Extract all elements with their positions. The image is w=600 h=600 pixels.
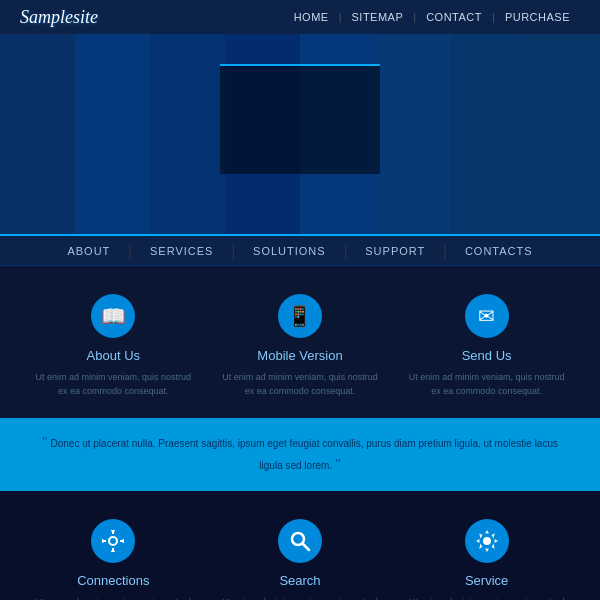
feature-about-desc: Ut enim ad minim veniam, quis nostrud ex… bbox=[31, 371, 196, 398]
services-section: Connections Ut enim ad minim veniam, qui… bbox=[0, 491, 600, 600]
feature-about-icon: 📖 bbox=[91, 294, 135, 338]
stripe-6 bbox=[375, 34, 450, 234]
service-service: Service Ut enim ad minim veniam, quis no… bbox=[404, 519, 569, 600]
stripe-8 bbox=[525, 34, 600, 234]
service-connections: Connections Ut enim ad minim veniam, qui… bbox=[31, 519, 196, 600]
features-section: 📖 About Us Ut enim ad minim veniam, quis… bbox=[0, 266, 600, 418]
service-search-title: Search bbox=[279, 573, 320, 588]
feature-about-title: About Us bbox=[87, 348, 140, 363]
svg-point-8 bbox=[122, 539, 124, 543]
header: Samplesite HOME | SITEMAP | CONTACT | PU… bbox=[0, 0, 600, 34]
svg-point-0 bbox=[109, 537, 117, 545]
feature-send: ✉ Send Us Ut enim ad minim veniam, quis … bbox=[404, 294, 569, 398]
feature-send-icon: ✉ bbox=[465, 294, 509, 338]
subnav-services[interactable]: SERVICES bbox=[132, 245, 231, 257]
service-service-desc: Ut enim ad minim veniam, quis nostrud ex… bbox=[404, 596, 569, 600]
quote-close: " bbox=[335, 457, 341, 472]
stripe-3 bbox=[150, 34, 225, 234]
stripe-1 bbox=[0, 34, 75, 234]
quote-text: " Donec ut placerat nulla. Praesent sagi… bbox=[40, 432, 560, 477]
feature-mobile-desc: Ut enim ad minim veniam, quis nostrud ex… bbox=[217, 371, 382, 398]
top-nav: HOME | SITEMAP | CONTACT | PURCHASE bbox=[284, 11, 580, 23]
quote-open: " bbox=[42, 435, 48, 450]
subnav-contacts[interactable]: CONTACTS bbox=[447, 245, 551, 257]
service-service-title: Service bbox=[465, 573, 508, 588]
feature-mobile-title: Mobile Version bbox=[257, 348, 342, 363]
svg-point-7 bbox=[102, 539, 104, 543]
subnav-support[interactable]: SUPPORT bbox=[347, 245, 443, 257]
logo[interactable]: Samplesite bbox=[20, 7, 98, 28]
nav-sitemap[interactable]: SITEMAP bbox=[342, 11, 414, 23]
subnav-about[interactable]: ABOUT bbox=[49, 245, 128, 257]
svg-point-6 bbox=[111, 550, 115, 552]
svg-line-10 bbox=[302, 543, 309, 550]
service-service-icon bbox=[465, 519, 509, 563]
stripe-7 bbox=[450, 34, 525, 234]
svg-point-5 bbox=[111, 530, 115, 532]
nav-contact[interactable]: CONTACT bbox=[416, 11, 492, 23]
service-search: Search Ut enim ad minim veniam, quis nos… bbox=[217, 519, 382, 600]
subnav-solutions[interactable]: SOLUTIONS bbox=[235, 245, 344, 257]
service-connections-title: Connections bbox=[77, 573, 149, 588]
nav-purchase[interactable]: PURCHASE bbox=[495, 11, 580, 23]
sub-nav: ABOUT | SERVICES | SOLUTIONS | SUPPORT |… bbox=[0, 234, 600, 266]
feature-mobile-icon: 📱 bbox=[278, 294, 322, 338]
service-connections-desc: Ut enim ad minim veniam, quis nostrud ex… bbox=[31, 596, 196, 600]
service-search-desc: Ut enim ad minim veniam, quis nostrud ex… bbox=[217, 596, 382, 600]
feature-send-desc: Ut enim ad minim veniam, quis nostrud ex… bbox=[404, 371, 569, 398]
feature-about: 📖 About Us Ut enim ad minim veniam, quis… bbox=[31, 294, 196, 398]
service-search-icon bbox=[278, 519, 322, 563]
service-connections-icon bbox=[91, 519, 135, 563]
hero-center-box bbox=[220, 64, 380, 174]
feature-mobile: 📱 Mobile Version Ut enim ad minim veniam… bbox=[217, 294, 382, 398]
hero-section bbox=[0, 34, 600, 234]
quote-bar: " Donec ut placerat nulla. Praesent sagi… bbox=[0, 418, 600, 491]
feature-send-title: Send Us bbox=[462, 348, 512, 363]
nav-home[interactable]: HOME bbox=[284, 11, 339, 23]
stripe-2 bbox=[75, 34, 150, 234]
